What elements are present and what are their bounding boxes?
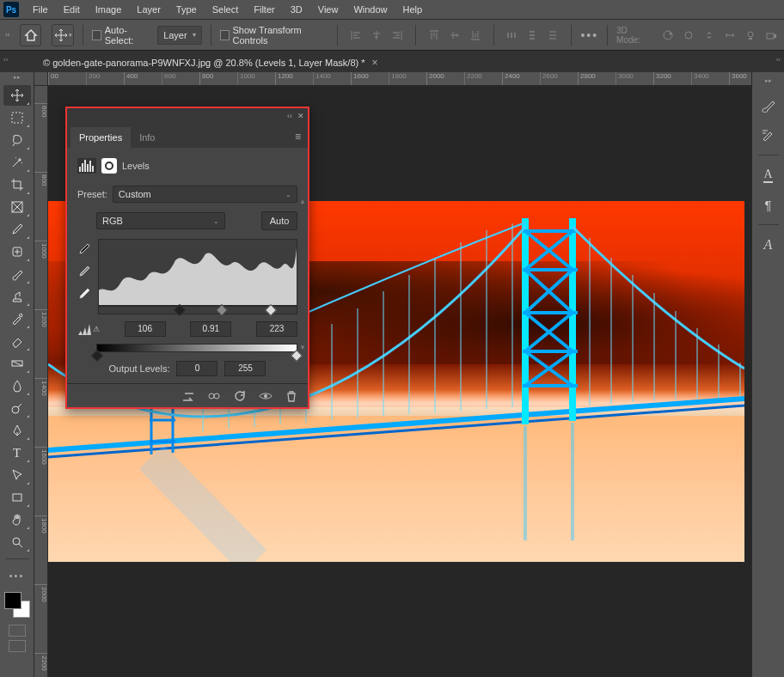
tabs-collapse-left-icon[interactable]: ›› bbox=[3, 56, 8, 64]
magic-wand-tool[interactable] bbox=[3, 152, 31, 173]
histogram-display[interactable] bbox=[98, 239, 297, 306]
menu-filter[interactable]: Filter bbox=[247, 2, 281, 17]
reset-icon[interactable] bbox=[232, 388, 248, 404]
frame-tool[interactable] bbox=[3, 197, 31, 217]
menu-window[interactable]: Window bbox=[346, 2, 394, 17]
blur-tool[interactable] bbox=[3, 375, 31, 396]
slide-icon[interactable] bbox=[722, 27, 738, 43]
menu-view[interactable]: View bbox=[311, 2, 346, 17]
panel-close-icon[interactable]: ✕ bbox=[297, 112, 304, 120]
clone-stamp-tool[interactable] bbox=[3, 286, 31, 307]
tab-properties[interactable]: Properties bbox=[70, 127, 131, 148]
right-tray-collapse-icon[interactable]: ▸▸ bbox=[765, 77, 772, 86]
pen-tool[interactable] bbox=[3, 420, 31, 441]
align-bottom-icon[interactable] bbox=[466, 26, 485, 45]
options-expand-icon[interactable]: ›› bbox=[5, 20, 13, 51]
output-low-input[interactable]: 0 bbox=[176, 361, 217, 376]
zoom-tool[interactable] bbox=[3, 532, 31, 552]
move-tool[interactable] bbox=[3, 85, 31, 106]
shadow-input[interactable]: 106 bbox=[125, 321, 166, 337]
auto-select-checkbox[interactable]: Auto-Select: bbox=[92, 25, 150, 46]
gray-point-eyedropper-icon[interactable] bbox=[77, 265, 93, 280]
white-point-eyedropper-icon[interactable] bbox=[77, 287, 93, 302]
move-tool-icon[interactable]: ▾ bbox=[52, 24, 73, 46]
ruler-origin[interactable] bbox=[34, 72, 48, 86]
menu-edit[interactable]: Edit bbox=[57, 2, 87, 17]
distribute-v-icon[interactable] bbox=[523, 26, 542, 45]
character-panel-icon[interactable]: A bbox=[757, 166, 780, 185]
menu-help[interactable]: Help bbox=[396, 2, 430, 17]
clip-warning-icon[interactable]: ⚠ bbox=[77, 323, 100, 335]
type-tool[interactable]: T bbox=[3, 442, 31, 463]
crop-tool[interactable] bbox=[3, 174, 31, 195]
brush-settings-panel-icon[interactable] bbox=[757, 125, 780, 144]
align-hcenter-icon[interactable] bbox=[367, 26, 386, 45]
auto-button[interactable]: Auto bbox=[261, 211, 297, 230]
output-high-input[interactable]: 255 bbox=[224, 361, 266, 376]
orbit-icon[interactable] bbox=[660, 27, 676, 43]
path-selection-tool[interactable] bbox=[3, 465, 31, 485]
vertical-ruler[interactable]: 6008001000120014001600180020002200 bbox=[34, 86, 48, 677]
tabs-collapse-right-icon[interactable]: ‹‹ bbox=[776, 56, 781, 64]
menu-layer[interactable]: Layer bbox=[130, 2, 168, 17]
document-tab[interactable]: © golden-gate-panorama-P9WNFXJ.jpg @ 20.… bbox=[34, 52, 387, 72]
paragraph-panel-icon[interactable]: ¶ bbox=[757, 195, 780, 214]
view-previous-icon[interactable] bbox=[206, 388, 222, 404]
show-transform-checkbox[interactable]: Show Transform Controls bbox=[220, 25, 328, 46]
tab-info[interactable]: Info bbox=[131, 127, 163, 148]
layer-mask-icon[interactable] bbox=[101, 158, 117, 174]
menu-type[interactable]: Type bbox=[169, 2, 204, 17]
dodge-tool[interactable] bbox=[3, 398, 31, 418]
dolly-icon[interactable] bbox=[701, 27, 717, 43]
preset-dropdown[interactable]: Custom⌄ bbox=[113, 186, 297, 203]
delete-icon[interactable] bbox=[284, 388, 299, 404]
light-icon[interactable] bbox=[743, 27, 758, 43]
close-tab-icon[interactable]: × bbox=[372, 57, 378, 69]
align-top-icon[interactable] bbox=[425, 26, 444, 45]
eyedropper-tool[interactable] bbox=[3, 219, 31, 240]
brushes-panel-icon[interactable] bbox=[757, 96, 780, 115]
black-point-eyedropper-icon[interactable] bbox=[77, 242, 93, 258]
marquee-tool[interactable] bbox=[3, 107, 31, 128]
camera-icon[interactable] bbox=[763, 27, 779, 43]
foreground-color-swatch[interactable] bbox=[4, 592, 21, 609]
edit-toolbar-button[interactable]: ••• bbox=[3, 565, 31, 586]
align-left-icon[interactable] bbox=[346, 26, 365, 45]
home-button[interactable] bbox=[20, 24, 41, 46]
horizontal-ruler[interactable]: 0040080012001600200024002800320036004000… bbox=[48, 72, 751, 86]
pan-icon[interactable] bbox=[681, 27, 696, 43]
distribute-h-icon[interactable] bbox=[502, 26, 521, 45]
quick-mask-icon[interactable] bbox=[9, 625, 26, 637]
highlight-input[interactable]: 223 bbox=[256, 321, 297, 337]
lasso-tool[interactable] bbox=[3, 130, 31, 150]
panel-menu-icon[interactable]: ≡ bbox=[291, 125, 304, 148]
clip-to-layer-icon[interactable] bbox=[181, 388, 196, 404]
visibility-icon[interactable] bbox=[258, 388, 273, 404]
midtone-input[interactable]: 0.91 bbox=[190, 321, 231, 337]
align-vcenter-icon[interactable] bbox=[445, 26, 464, 45]
panel-scrollbar[interactable]: ▲▼ bbox=[299, 198, 306, 352]
healing-brush-tool[interactable] bbox=[3, 241, 31, 262]
color-swatches[interactable] bbox=[4, 592, 30, 618]
output-levels-slider[interactable] bbox=[96, 344, 297, 352]
auto-select-target-dropdown[interactable]: Layer▾ bbox=[157, 26, 202, 45]
menu-image[interactable]: Image bbox=[89, 2, 129, 17]
history-brush-tool[interactable] bbox=[3, 308, 31, 329]
panel-collapse-icon[interactable]: ‹‹ bbox=[287, 112, 292, 120]
align-right-icon[interactable] bbox=[388, 26, 407, 45]
brush-tool[interactable] bbox=[3, 264, 31, 284]
distribute-3-icon[interactable] bbox=[543, 26, 562, 45]
screen-mode-icon[interactable] bbox=[9, 640, 26, 652]
tools-collapse-icon[interactable]: ▸▸ bbox=[14, 74, 21, 82]
glyphs-panel-icon[interactable]: A bbox=[757, 235, 780, 254]
menu-select[interactable]: Select bbox=[205, 2, 246, 17]
eraser-tool[interactable] bbox=[3, 331, 31, 351]
menu-file[interactable]: File bbox=[26, 2, 55, 17]
gradient-tool[interactable] bbox=[3, 353, 31, 374]
hand-tool[interactable] bbox=[3, 509, 31, 530]
menu-3d[interactable]: 3D bbox=[284, 2, 309, 17]
rectangle-tool[interactable] bbox=[3, 487, 31, 508]
channel-dropdown[interactable]: RGB⌄ bbox=[96, 212, 225, 229]
more-options-button[interactable]: ••• bbox=[580, 26, 598, 45]
input-levels-slider[interactable] bbox=[98, 306, 297, 314]
